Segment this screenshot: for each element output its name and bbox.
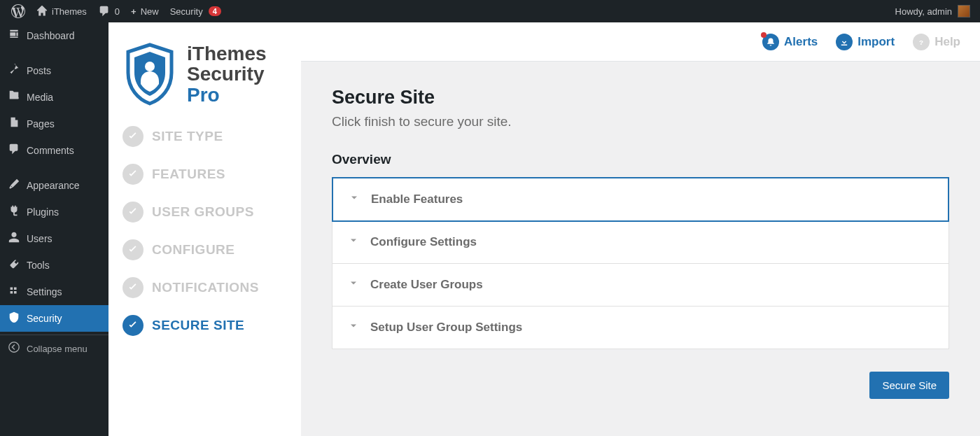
step-secure-site[interactable]: SECURE SITE [122,315,287,336]
sidebar-item-security[interactable]: Security [0,305,108,332]
sidebar-item-pages[interactable]: Pages [0,111,108,137]
chevron-down-icon [348,235,359,249]
alerts-label: Alerts [784,35,818,49]
wp-logo[interactable] [6,0,31,22]
site-name-link[interactable]: iThemes [31,0,92,22]
step-label: SITE TYPE [152,129,223,144]
check-icon [122,126,144,147]
sidebar-label: Posts [27,65,51,76]
sidebar-label: Tools [27,260,50,271]
step-configure[interactable]: CONFIGURE [122,239,287,260]
sidebar-item-users[interactable]: Users [0,225,108,252]
comment-count: 0 [115,6,120,17]
check-icon [122,202,144,223]
svg-text:?: ? [919,38,923,45]
page-subtitle: Click finish to secure your site. [332,114,949,129]
pin-icon [7,63,21,78]
admin-bar-left: iThemes 0 + New Security 4 [6,0,227,22]
sidebar-label: Media [27,92,53,103]
page-title: Secure Site [332,87,949,108]
sidebar-item-appearance[interactable]: Appearance [0,172,108,199]
content-body: Secure Site Click finish to secure your … [301,62,980,436]
accordion-setup-user-group-settings[interactable]: Setup User Group Settings [332,307,948,349]
wp-admin-bar: iThemes 0 + New Security 4 Howdy, admin [0,0,980,22]
sidebar-label: Comments [27,145,74,156]
overview-accordion: Enable Features Configure Settings Creat… [332,177,949,349]
site-name-text: iThemes [52,6,87,17]
sidebar-item-plugins[interactable]: Plugins [0,199,108,225]
shield-logo-icon [122,42,177,106]
alert-indicator-dot [761,32,766,38]
security-link[interactable]: Security 4 [164,0,227,22]
check-icon [122,164,144,185]
new-label: New [141,6,159,17]
secure-site-button[interactable]: Secure Site [869,372,949,399]
accordion-create-user-groups[interactable]: Create User Groups [332,264,948,307]
step-features[interactable]: FEATURES [122,164,287,185]
sidebar-item-media[interactable]: Media [0,84,108,111]
dashboard-icon [7,28,21,43]
wordpress-icon [11,4,25,18]
plus-icon: + [131,6,136,17]
plugins-icon [7,204,21,220]
plugin-wizard-sidebar: iThemes Security Pro SITE TYPE FEATURES … [108,22,301,436]
import-icon [836,34,853,50]
sidebar-label: Pages [27,118,55,129]
sidebar-item-dashboard[interactable]: Dashboard [0,22,108,49]
avatar [958,5,970,17]
chevron-down-icon [348,278,359,292]
security-badge: 4 [209,6,221,16]
step-notifications[interactable]: NOTIFICATIONS [122,277,287,298]
home-icon [36,6,48,17]
alerts-button[interactable]: Alerts [762,34,818,50]
tools-icon [7,258,21,273]
sidebar-label: Plugins [27,206,59,218]
step-user-groups[interactable]: USER GROUPS [122,202,287,223]
content-area: Alerts Import ? Help Secure Site Click f… [301,22,980,436]
svg-point-1 [145,62,155,71]
sidebar-label: Appearance [27,180,80,191]
check-icon [122,277,144,298]
help-label: Help [934,35,960,49]
collapse-label: Collapse menu [27,344,88,354]
logo-text-2: Security [187,64,267,84]
sidebar-label: Users [27,233,52,244]
plugin-logo: iThemes Security Pro [122,42,287,106]
step-label: CONFIGURE [152,242,235,258]
sidebar-label: Dashboard [27,30,75,41]
wizard-steps: SITE TYPE FEATURES USER GROUPS CONFIGURE… [122,126,287,336]
check-icon [122,315,144,336]
logo-text-1: iThemes [187,43,267,64]
sidebar-item-comments[interactable]: Comments [0,137,108,164]
appearance-icon [7,178,21,193]
sidebar-item-settings[interactable]: Settings [0,279,108,305]
check-icon [122,239,144,260]
collapse-icon [7,341,21,356]
media-icon [7,90,21,105]
wp-admin-sidebar: Dashboard Posts Media Pages Comments App… [0,22,108,436]
comment-icon [98,5,111,17]
action-row: Secure Site [332,372,949,399]
accordion-title: Setup User Group Settings [370,321,522,335]
sidebar-label: Security [27,313,62,324]
chevron-down-icon [348,321,359,335]
admin-bar-right[interactable]: Howdy, admin [895,5,974,17]
comments-icon [7,143,21,158]
step-label: NOTIFICATIONS [152,280,259,295]
import-button[interactable]: Import [836,34,895,50]
help-button[interactable]: ? Help [913,34,960,50]
new-content-link[interactable]: + New [125,0,164,22]
content-header: Alerts Import ? Help [301,22,980,62]
step-site-type[interactable]: SITE TYPE [122,126,287,147]
chevron-down-icon [349,192,360,206]
accordion-enable-features[interactable]: Enable Features [332,177,949,222]
accordion-configure-settings[interactable]: Configure Settings [332,221,948,264]
collapse-menu[interactable]: Collapse menu [0,335,108,362]
step-label: FEATURES [152,167,225,182]
sidebar-item-tools[interactable]: Tools [0,252,108,279]
comments-link[interactable]: 0 [92,0,125,22]
accordion-title: Enable Features [371,192,463,206]
sidebar-item-posts[interactable]: Posts [0,57,108,84]
logo-text-3: Pro [187,85,267,105]
step-label: USER GROUPS [152,204,254,220]
